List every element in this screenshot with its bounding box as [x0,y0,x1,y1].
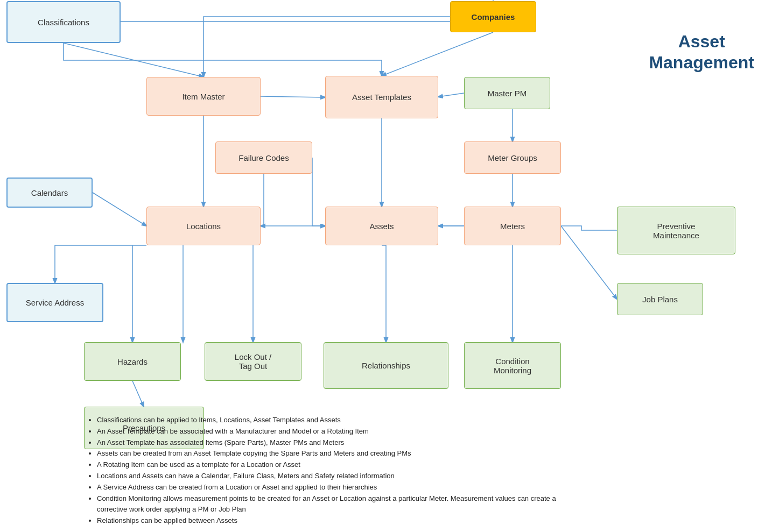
note-item: A Service Address can be created from a … [97,482,571,493]
note-item: A Rotating Item can be used as a templat… [97,459,571,471]
lockout-tagout-node: Lock Out / Tag Out [205,342,301,381]
service-address-node: Service Address [6,283,103,322]
condition-monitoring-node: Condition Monitoring [464,342,561,389]
note-item: Condition Monitoring allows measurement … [97,493,571,516]
calendars-node: Calendars [6,178,93,208]
hazards-node: Hazards [84,342,181,381]
relationships-node: Relationships [324,342,448,389]
note-item: Assets can be created from an Asset Temp… [97,448,571,459]
job-plans-node: Job Plans [617,283,703,315]
note-item: Locations and Assets can have a Calendar… [97,471,571,482]
item-master-node: Item Master [146,77,261,116]
meters-node: Meters [464,207,561,245]
page-title: Asset Management [649,11,754,73]
svg-line-4 [261,96,325,97]
classifications-node: Classifications [6,1,121,43]
svg-line-2 [382,32,493,76]
asset-templates-node: Asset Templates [325,76,438,118]
master-pm-node: Master PM [464,77,550,109]
preventive-maintenance-node: Preventive Maintenance [617,207,735,254]
meter-groups-node: Meter Groups [464,141,561,174]
failure-codes-node: Failure Codes [215,141,312,174]
note-item: An Asset Template can be associated with… [97,426,571,437]
note-item: An Asset Template has associated Items (… [97,437,571,449]
svg-line-8 [93,193,146,226]
svg-line-3 [438,93,464,97]
note-item: Relationships can be applied between Ass… [97,515,571,527]
companies-node: Companies [450,1,536,32]
svg-line-0 [64,43,203,77]
notes-section: Classifications can be applied to Items,… [86,415,754,527]
diagram-container: Classifications Companies Item Master As… [0,0,765,532]
notes-list: Classifications can be applied to Items,… [86,415,754,527]
note-item: Classifications can be applied to Items,… [97,415,571,426]
locations-node: Locations [146,207,261,245]
svg-line-12 [132,381,144,407]
assets-node: Assets [325,207,438,245]
